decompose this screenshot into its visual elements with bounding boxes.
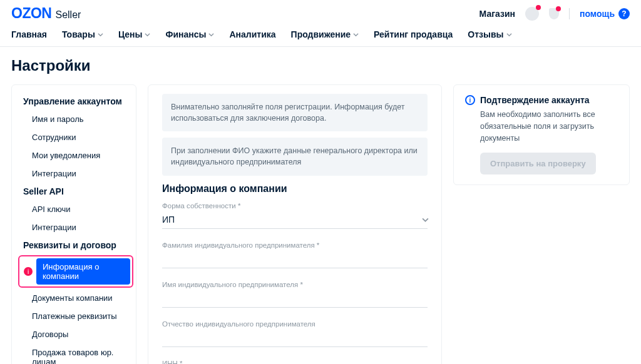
sidebar-item-api-integrations[interactable]: Интеграции <box>12 218 136 236</box>
chevron-down-icon <box>98 32 103 38</box>
nav-products[interactable]: Товары <box>62 29 103 39</box>
help-link[interactable]: помощь ? <box>580 8 630 19</box>
nav-prices[interactable]: Цены <box>118 29 151 39</box>
field-firstname-label: Имя индивидуального предпринимателя * <box>162 281 428 288</box>
lastname-input[interactable] <box>162 253 428 268</box>
field-inn: ИНН * <box>162 360 428 365</box>
field-firstname: Имя индивидуального предпринимателя * <box>162 281 428 308</box>
ownership-value: ИП <box>162 215 175 225</box>
field-ownership-label: Форма собственности * <box>162 202 428 210</box>
sidebar-item-company-docs[interactable]: Документы компании <box>12 289 136 307</box>
separator <box>569 8 570 19</box>
company-info-form: Внимательно заполняйте поля регистрации.… <box>148 84 442 364</box>
sidebar-item-staff[interactable]: Сотрудники <box>12 128 136 146</box>
nav-analytics[interactable]: Аналитика <box>229 29 275 39</box>
logo[interactable]: OZON Seller <box>11 5 81 22</box>
sidebar-item-contracts[interactable]: Договоры <box>12 325 136 343</box>
main-nav: Главная Товары Цены Финансы Аналитика Пр… <box>0 26 641 47</box>
verification-title: Подтверждение аккаунта <box>480 95 590 105</box>
chevron-down-icon <box>353 32 359 38</box>
sidebar-item-api-keys[interactable]: API ключи <box>12 200 136 218</box>
field-ownership: Форма собственности * ИП <box>162 202 428 229</box>
help-icon: ? <box>618 8 630 19</box>
sidebar-item-sell-to-legal[interactable]: Продажа товаров юр. лицам <box>12 343 136 364</box>
info-icon: i <box>465 95 475 105</box>
chevron-down-icon <box>422 216 428 222</box>
nav-finance[interactable]: Финансы <box>165 29 214 39</box>
bell-icon[interactable] <box>549 8 559 19</box>
chevron-down-icon <box>145 32 150 38</box>
patronymic-input[interactable] <box>162 331 428 347</box>
sidebar-item-name-password[interactable]: Имя и пароль <box>12 110 136 128</box>
sidebar-item-notifications[interactable]: Мои уведомления <box>12 146 136 164</box>
field-inn-label: ИНН * <box>162 360 428 365</box>
field-lastname-label: Фамилия индивидуального предпринимателя … <box>162 241 428 249</box>
notice-fill-carefully: Внимательно заполняйте поля регистрации.… <box>162 94 428 131</box>
sidebar-group-requisites: Реквизиты и договор <box>12 236 136 254</box>
alert-icon: i <box>24 267 33 276</box>
chevron-down-icon <box>506 32 512 38</box>
logo-seller: Seller <box>55 9 81 21</box>
chevron-down-icon <box>208 32 214 38</box>
section-title: Информация о компании <box>162 183 428 195</box>
help-label: помощь <box>580 9 615 19</box>
sidebar-group-account: Управление аккаунтом <box>12 93 136 110</box>
field-lastname: Фамилия индивидуального предпринимателя … <box>162 241 428 268</box>
firstname-input[interactable] <box>162 292 428 308</box>
field-patronymic-label: Отчество индивидуального предпринимателя <box>162 320 428 328</box>
sidebar-group-api: Seller API <box>12 183 136 200</box>
submit-verification-button[interactable]: Отправить на проверку <box>480 153 596 174</box>
nav-rating[interactable]: Рейтинг продавца <box>374 29 453 39</box>
verification-card: i Подтверждение аккаунта Вам необходимо … <box>453 84 630 185</box>
field-patronymic: Отчество индивидуального предпринимателя <box>162 320 428 347</box>
avatar-icon[interactable] <box>525 7 539 21</box>
page-title: Настройки <box>11 57 630 74</box>
ownership-select[interactable]: ИП <box>162 213 428 229</box>
nav-main[interactable]: Главная <box>11 29 47 39</box>
verification-text: Вам необходимо заполнить все обязательны… <box>480 109 618 144</box>
store-link[interactable]: Магазин <box>479 9 515 19</box>
nav-promo[interactable]: Продвижение <box>291 29 359 39</box>
nav-reviews[interactable]: Отзывы <box>468 29 511 39</box>
sidebar-item-company-info[interactable]: Информация о компании <box>36 258 130 285</box>
sidebar-item-company-info-highlight: i Информация о компании <box>18 255 133 288</box>
sidebar-item-integrations[interactable]: Интеграции <box>12 164 136 183</box>
notice-fio: При заполнении ФИО укажите данные генера… <box>162 138 428 175</box>
settings-sidebar: Управление аккаунтом Имя и пароль Сотруд… <box>11 84 136 364</box>
logo-ozon: OZON <box>11 5 51 22</box>
sidebar-item-payment-req[interactable]: Платежные реквизиты <box>12 307 136 325</box>
